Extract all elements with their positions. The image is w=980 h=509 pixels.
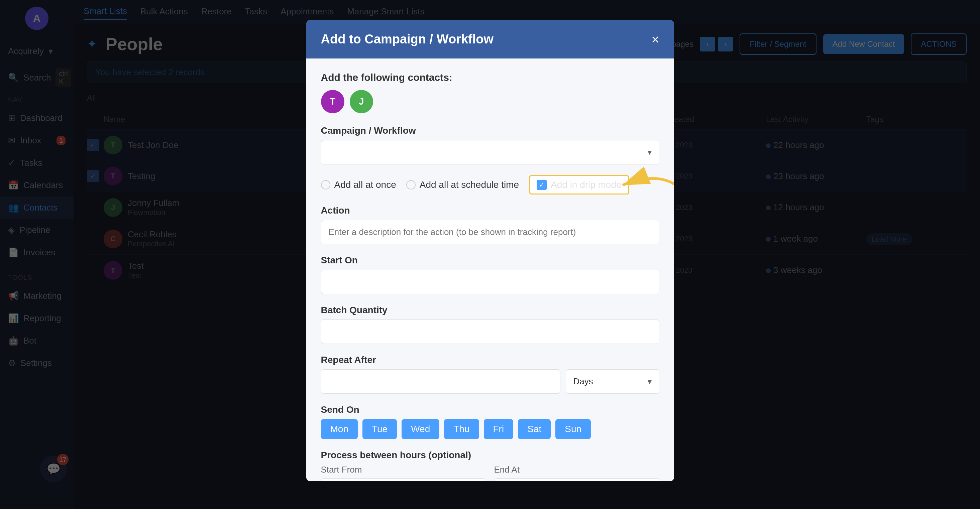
modal-body: Add the following contacts: T J Campaign… [306, 59, 674, 481]
action-group: Action [321, 205, 659, 244]
campaign-workflow-modal: Add to Campaign / Workflow × Add the fol… [306, 20, 674, 481]
repeat-after-row: Days ▾ [321, 369, 659, 394]
campaign-workflow-group: Campaign / Workflow ▾ [321, 125, 659, 165]
start-from-label: Start From [321, 465, 486, 475]
end-at-arrow[interactable]: ▾ [640, 479, 659, 481]
process-hours-row: Start From ▾ End At ▾ [321, 465, 659, 481]
day-wed-button[interactable]: Wed [402, 419, 439, 439]
process-hours-group: Process between hours (optional) Start F… [321, 450, 659, 481]
add-drip-label: Add in drip mode [551, 179, 622, 190]
batch-quantity-label: Batch Quantity [321, 305, 659, 316]
repeat-after-input[interactable] [321, 369, 560, 394]
day-mon-button[interactable]: Mon [321, 419, 358, 439]
end-at-input[interactable] [495, 479, 640, 482]
campaign-dropdown-arrow[interactable]: ▾ [640, 141, 659, 164]
start-from-arrow[interactable]: ▾ [467, 479, 486, 481]
action-label: Action [321, 205, 659, 216]
add-at-schedule-radio[interactable] [406, 180, 415, 189]
start-on-input[interactable] [321, 270, 659, 294]
days-row: Mon Tue Wed Thu Fri Sat Sun [321, 419, 659, 439]
modal-overlay: Add to Campaign / Workflow × Add the fol… [0, 0, 980, 509]
contact-avatars: T J [321, 90, 659, 113]
drip-mode-checkbox[interactable]: ✓ [537, 180, 547, 190]
repeat-unit-arrow[interactable]: ▾ [640, 370, 659, 393]
add-drip-option[interactable]: ✓ Add in drip mode [529, 175, 629, 195]
campaign-dropdown-wrapper: ▾ [321, 140, 659, 165]
start-on-group: Start On [321, 255, 659, 294]
modal-header: Add to Campaign / Workflow × [306, 20, 674, 59]
add-at-once-option[interactable]: Add all at once [321, 179, 396, 190]
start-from-input[interactable] [321, 479, 467, 482]
modal-title: Add to Campaign / Workflow [321, 32, 494, 46]
start-on-label: Start On [321, 255, 659, 266]
end-at-dropdown: ▾ [494, 478, 659, 481]
send-on-group: Send On Mon Tue Wed Thu Fri Sat Sun [321, 404, 659, 439]
contacts-section: Add the following contacts: T J [321, 72, 659, 113]
day-tue-button[interactable]: Tue [363, 419, 397, 439]
day-sun-button[interactable]: Sun [555, 419, 591, 439]
repeat-after-label: Repeat After [321, 355, 659, 365]
add-at-schedule-option[interactable]: Add all at schedule time [406, 179, 519, 190]
batch-quantity-input[interactable] [321, 320, 659, 344]
action-input[interactable] [321, 220, 659, 244]
repeat-unit-value: Days [566, 369, 640, 393]
add-at-once-label: Add all at once [334, 179, 396, 190]
contact-avatar-j: J [350, 90, 373, 113]
start-from-dropdown: ▾ [321, 478, 486, 481]
end-at-group: End At ▾ [494, 465, 659, 481]
repeat-unit-dropdown: Days ▾ [566, 369, 659, 394]
add-at-once-radio[interactable] [321, 180, 330, 189]
send-on-label: Send On [321, 404, 659, 415]
day-fri-button[interactable]: Fri [484, 419, 514, 439]
modal-close-button[interactable]: × [651, 33, 659, 46]
day-sat-button[interactable]: Sat [518, 419, 551, 439]
start-from-group: Start From ▾ [321, 465, 486, 481]
campaign-label: Campaign / Workflow [321, 125, 659, 136]
batch-quantity-group: Batch Quantity [321, 305, 659, 344]
day-thu-button[interactable]: Thu [444, 419, 479, 439]
contact-avatar-t: T [321, 90, 344, 113]
process-hours-label: Process between hours (optional) [321, 450, 659, 461]
repeat-after-group: Repeat After Days ▾ [321, 355, 659, 394]
contacts-section-label: Add the following contacts: [321, 72, 659, 83]
add-mode-options: Add all at once Add all at schedule time… [321, 175, 659, 195]
campaign-input[interactable] [321, 140, 640, 164]
drip-mode-container: ✓ Add in drip mode [529, 175, 629, 195]
end-at-label: End At [494, 465, 659, 475]
add-at-schedule-label: Add all at schedule time [420, 179, 519, 190]
